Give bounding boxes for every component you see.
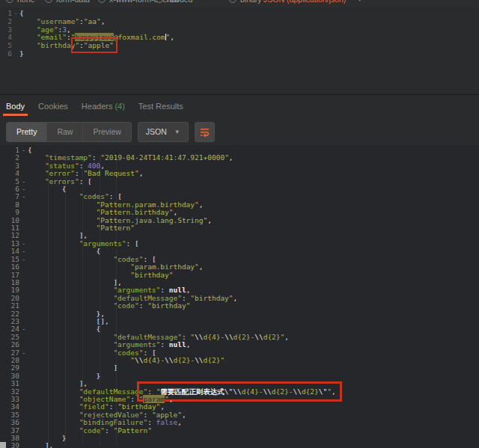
fold-gutter (19, 295, 28, 302)
fold-gutter (19, 334, 28, 341)
tab-headers[interactable]: Headers(4) (82, 102, 125, 111)
radio-option-form-data[interactable]: form-data (45, 0, 90, 4)
request-body-editor[interactable]: 1-{2 "username":"aa",3 "age":3,4 "email"… (0, 7, 479, 94)
code-line: 6} (0, 50, 479, 58)
chevron-down-icon: ▾ (358, 0, 361, 3)
code-line: 38 } (0, 435, 479, 442)
fold-gutter (19, 411, 28, 419)
radio-option-binary[interactable]: binary (229, 0, 262, 4)
fold-gutter (19, 286, 28, 294)
fold-gutter (19, 162, 28, 170)
fold-toggle-icon[interactable]: - (19, 325, 28, 333)
fold-gutter (19, 357, 28, 364)
wrap-text-icon (199, 126, 210, 138)
fold-gutter (19, 403, 28, 411)
radio-label: x-www-form-urlencoded (109, 0, 192, 4)
fold-gutter (12, 18, 19, 26)
radio-label: raw (167, 0, 180, 4)
fold-gutter (19, 364, 28, 372)
fold-gutter (19, 396, 28, 403)
tab-cookies[interactable]: Cookies (38, 102, 68, 111)
scrollbar-thumb[interactable] (0, 442, 6, 448)
code-line: 39 ], (0, 442, 479, 448)
line-number: 2 (0, 18, 12, 26)
fold-gutter (19, 209, 28, 216)
fold-gutter (19, 217, 28, 224)
chevron-down-icon: ▼ (174, 129, 180, 135)
raw-button[interactable]: Raw (46, 123, 82, 141)
radio-icon (98, 0, 106, 3)
fold-gutter (19, 201, 28, 209)
fold-gutter (19, 279, 28, 286)
content-type-label: JSON (application/json) (263, 0, 346, 4)
annotation-red-box: ":"apple" (75, 41, 114, 49)
response-tabs-bar: Body Cookies Headers(4) Test Results (0, 94, 479, 118)
selection-highlight: param (143, 395, 165, 403)
format-dropdown[interactable]: JSON ▼ (138, 122, 189, 142)
fold-gutter (19, 419, 28, 426)
radio-label: binary (240, 0, 262, 4)
fold-gutter (19, 224, 28, 232)
code-line: 5 "birthday":"apple" (0, 42, 479, 50)
fold-toggle-icon[interactable]: - (19, 193, 28, 200)
radio-icon (229, 0, 237, 3)
fold-gutter (19, 435, 28, 442)
fold-gutter (19, 341, 28, 349)
format-dropdown-label: JSON (146, 127, 167, 136)
indent-guide (116, 156, 117, 445)
response-toolbar: Pretty Raw Preview JSON ▼ (0, 118, 479, 145)
indent-guide (48, 156, 49, 445)
preview-button[interactable]: Preview (82, 123, 130, 141)
fold-gutter (19, 388, 28, 396)
fold-gutter (19, 310, 28, 318)
indent-guide (100, 156, 100, 445)
line-number: 16 (0, 263, 19, 271)
annotation-red-box: ": "需要匹配正则表达式\"\\d{4}-\\d{2}-\\d{2}\"", (143, 387, 335, 396)
radio-option-none[interactable]: none (6, 0, 34, 4)
line-number: 21 (0, 302, 19, 310)
selection-highlight: happyjava (75, 33, 113, 41)
fold-gutter (12, 42, 19, 50)
radio-label: form-data (56, 0, 90, 4)
fold-gutter (19, 380, 28, 387)
line-number: 6 (0, 50, 12, 58)
fold-gutter (12, 34, 19, 42)
fold-toggle-icon[interactable]: - (19, 349, 28, 357)
fold-toggle-icon[interactable]: - (12, 10, 19, 18)
indent-guide (82, 156, 83, 445)
fold-gutter (19, 302, 28, 310)
indent-guide (65, 156, 66, 445)
fold-toggle-icon[interactable]: - (19, 147, 28, 154)
pretty-button[interactable]: Pretty (7, 123, 46, 141)
radio-label: none (17, 0, 34, 4)
fold-gutter (19, 271, 28, 279)
code-line: 5- "errors": [ (0, 178, 479, 185)
code-line: 2 "username":"aa", (0, 18, 479, 26)
fold-gutter (19, 442, 28, 448)
fold-gutter (19, 427, 28, 435)
code-line: 37 "code": "Pattern" (0, 427, 479, 435)
response-body-editor[interactable]: 1-{2 "timestamp": "2019-04-24T14:41:47.9… (0, 145, 479, 448)
radio-icon (45, 0, 52, 3)
wrap-text-button[interactable] (195, 122, 215, 142)
fold-gutter (19, 372, 28, 380)
fold-gutter (12, 26, 19, 34)
tab-body[interactable]: Body (6, 102, 25, 111)
view-mode-group: Pretty Raw Preview (6, 122, 132, 142)
tab-test-results[interactable]: Test Results (138, 102, 183, 111)
radio-option-raw[interactable]: raw (156, 0, 180, 4)
fold-gutter (19, 263, 28, 271)
postman-window: none form-data x-www-form-urlencoded raw… (0, 0, 479, 448)
fold-gutter (19, 154, 28, 162)
content-type-selector[interactable]: JSON (application/json)▾ (263, 0, 361, 4)
fold-gutter (12, 50, 19, 58)
line-number: 26 (0, 341, 19, 349)
headers-count-badge: (4) (115, 102, 124, 111)
radio-icon (156, 0, 163, 3)
fold-toggle-icon[interactable]: - (19, 256, 28, 263)
radio-icon (6, 0, 13, 3)
